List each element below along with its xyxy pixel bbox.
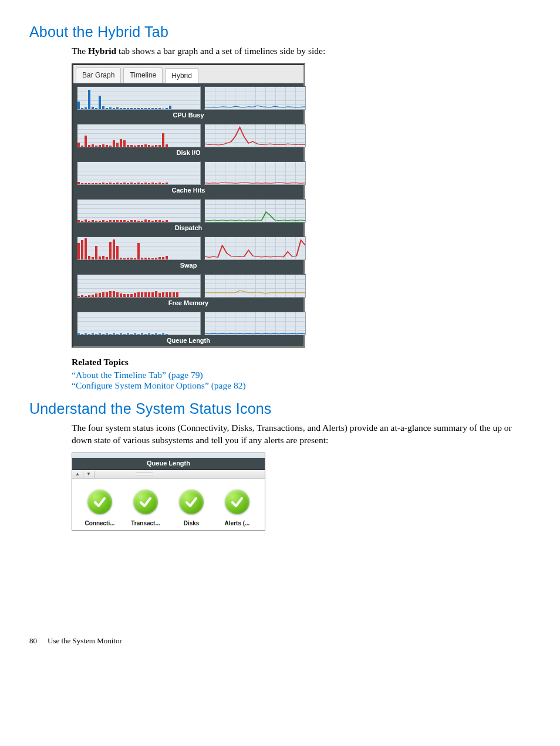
bar-graph-panel (77, 274, 201, 298)
metric-title: Free Memory (77, 298, 300, 309)
status-icon-label: Transact... (131, 520, 160, 526)
metric-title: Swap (77, 260, 300, 271)
check-ok-icon (87, 490, 112, 514)
bar-graph-panel (77, 161, 201, 185)
timeline-panel (204, 312, 306, 335)
status-icon-transactions[interactable]: Transact... (124, 490, 167, 526)
status-icon-label: Connecti... (85, 520, 114, 526)
metric-row-cache-hits: Cache Hits (73, 158, 303, 196)
metric-title: Cache Hits (77, 185, 300, 196)
timeline-panel (204, 161, 306, 185)
sort-descending-icon[interactable]: ▼ (83, 471, 95, 478)
metric-row-cpu-busy: CPU Busy (73, 83, 303, 121)
tab-hybrid[interactable]: Hybrid (165, 68, 198, 83)
related-topics-heading: Related Topics (72, 356, 531, 369)
bar-graph-panel (77, 199, 201, 222)
metric-row-dispatch: Dispatch (73, 196, 303, 234)
metric-row-queue-length: Queue Length (73, 309, 303, 346)
check-ok-icon (179, 490, 204, 514)
intro-pre: The (72, 46, 88, 56)
status-icon-alerts[interactable]: Alerts (... (216, 490, 258, 526)
metric-title: CPU Busy (77, 110, 300, 121)
hybrid-tab-screenshot: Bar Graph Timeline Hybrid CPU BusyDisk I… (72, 63, 305, 348)
bar-graph-panel (77, 124, 201, 147)
page-footer: 80 Use the System Monitor (29, 636, 531, 646)
timeline-panel (204, 274, 306, 298)
timeline-panel (204, 124, 306, 147)
page-number: 80 (29, 636, 37, 646)
metric-title: Queue Length (77, 335, 300, 346)
resize-grip-icon[interactable] (136, 472, 153, 475)
bar-graph-panel (77, 86, 201, 110)
intro-post: tab shows a bar graph and a set of timel… (116, 46, 325, 56)
timeline-panel (204, 86, 306, 110)
check-ok-icon (225, 490, 249, 514)
related-link-configure[interactable]: “Configure System Monitor Options” (page… (72, 380, 531, 391)
status-icon-label: Alerts (... (225, 520, 250, 526)
status-icons-intro: The four system status icons (Connectivi… (72, 422, 531, 447)
status-icon-label: Disks (184, 520, 200, 526)
hybrid-intro-text: The Hybrid tab shows a bar graph and a s… (72, 45, 531, 58)
status-icon-disks[interactable]: Disks (170, 490, 212, 526)
heading-about-hybrid-tab: About the Hybrid Tab (29, 23, 531, 40)
related-link-timeline[interactable]: “About the Timeline Tab” (page 79) (72, 370, 531, 380)
bar-graph-panel (77, 312, 201, 335)
timeline-panel (204, 237, 306, 260)
status-panel-header: Queue Length (72, 453, 265, 470)
status-icons-screenshot: Queue Length ▲ ▼ Connecti...Transact...D… (72, 453, 265, 531)
metric-title: Disk I/O (77, 147, 300, 158)
status-icon-connectivity[interactable]: Connecti... (79, 490, 121, 526)
bar-graph-panel (77, 237, 201, 260)
page-footer-title: Use the System Monitor (48, 636, 122, 646)
status-sortbar: ▲ ▼ (72, 470, 265, 479)
tab-timeline[interactable]: Timeline (123, 67, 163, 83)
metric-row-swap: Swap (73, 234, 303, 271)
check-ok-icon (133, 490, 158, 514)
timeline-panel (204, 199, 306, 222)
metric-row-disk-i-o: Disk I/O (73, 121, 303, 158)
heading-system-status-icons: Understand the System Status Icons (29, 400, 531, 417)
hybrid-tabbar: Bar Graph Timeline Hybrid (73, 65, 303, 83)
metric-title: Dispatch (77, 222, 300, 234)
tab-bar-graph[interactable]: Bar Graph (76, 67, 121, 83)
sort-ascending-icon[interactable]: ▲ (72, 471, 83, 478)
metric-row-free-memory: Free Memory (73, 271, 303, 309)
intro-bold: Hybrid (88, 46, 116, 56)
